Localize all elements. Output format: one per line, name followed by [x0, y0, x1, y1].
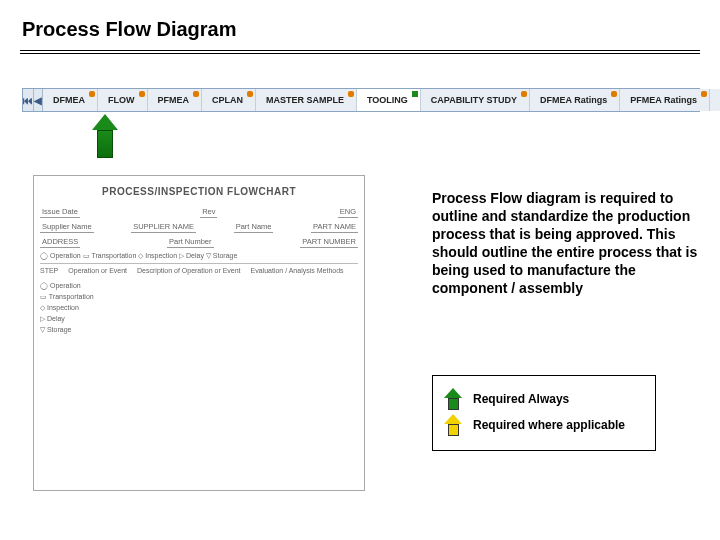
preview-hdr: Issue Date: [40, 207, 80, 218]
tab-cplan[interactable]: CPLAN: [202, 89, 256, 111]
preview-item: ▷ Delay: [40, 315, 358, 323]
preview-hdr: ADDRESS: [40, 237, 80, 248]
tab-pfmea[interactable]: PFMEA: [148, 89, 203, 111]
legend-row-required-always: Required Always: [443, 388, 645, 410]
preview-legend: ◯ Operation ▭ Transportation ◇ Inspectio…: [40, 252, 358, 260]
tab-capability-study[interactable]: CAPABILITY STUDY: [421, 89, 530, 111]
tab-dfmea[interactable]: DFMEA: [43, 89, 98, 111]
preview-item: ◯ Operation: [40, 282, 358, 290]
preview-col: Evaluation / Analysis Methods: [251, 267, 344, 274]
preview-hdr: Part Name: [234, 222, 274, 233]
tab-label: PFMEA Ratings: [630, 95, 697, 105]
tab-master-sample[interactable]: MASTER SAMPLE: [256, 89, 357, 111]
arrow-icon-green: [443, 388, 463, 410]
tab-label: PFMEA: [158, 95, 190, 105]
tab-label: CPLAN: [212, 95, 243, 105]
tab-nav-first[interactable]: ⏮: [23, 89, 34, 111]
preview-col: STEP: [40, 267, 58, 274]
tab-grr-att[interactable]: GR&R ATT(Analytic: [710, 89, 720, 111]
preview-hdr: ENG: [338, 207, 358, 218]
tab-tooling[interactable]: TOOLING: [357, 89, 421, 111]
preview-item: ◇ Inspection: [40, 304, 358, 312]
page-title: Process Flow Diagram: [22, 18, 237, 41]
preview-item: ▽ Storage: [40, 326, 358, 334]
tab-nav-prev[interactable]: ◀: [34, 89, 43, 111]
tab-label: MASTER SAMPLE: [266, 95, 344, 105]
preview-title: PROCESS/INSPECTION FLOWCHART: [40, 186, 358, 197]
tab-label: TOOLING: [367, 95, 408, 105]
arrow-icon-yellow: [443, 414, 463, 436]
tab-label: DFMEA: [53, 95, 85, 105]
preview-hdr: SUPPLIER NAME: [131, 222, 196, 233]
legend-label: Required where applicable: [473, 418, 625, 432]
legend-label: Required Always: [473, 392, 569, 406]
tab-pfmea-ratings[interactable]: PFMEA Ratings: [620, 89, 710, 111]
legend-row-required-applicable: Required where applicable: [443, 414, 645, 436]
highlight-arrow-green: [92, 114, 118, 158]
tab-label: FLOW: [108, 95, 135, 105]
tab-flow[interactable]: FLOW: [98, 89, 148, 111]
description-text: Process Flow diagram is required to outl…: [432, 190, 712, 297]
legend-box: Required Always Required where applicabl…: [432, 375, 656, 451]
preview-hdr: PART NUMBER: [300, 237, 358, 248]
tab-label: CAPABILITY STUDY: [431, 95, 517, 105]
flowchart-preview: PROCESS/INSPECTION FLOWCHART Issue Date …: [33, 175, 365, 491]
preview-item: ▭ Transportation: [40, 293, 358, 301]
preview-col: Operation or Event: [68, 267, 127, 274]
preview-hdr: Supplier Name: [40, 222, 94, 233]
sheet-tab-bar: ⏮ ◀ DFMEA FLOW PFMEA CPLAN MASTER SAMPLE…: [22, 88, 700, 112]
preview-hdr: PART NAME: [311, 222, 358, 233]
preview-hdr: Rev: [200, 207, 217, 218]
title-underline: [20, 50, 700, 54]
tab-label: DFMEA Ratings: [540, 95, 607, 105]
preview-col: Description of Operation or Event: [137, 267, 241, 274]
tab-dfmea-ratings[interactable]: DFMEA Ratings: [530, 89, 620, 111]
preview-hdr: Part Number: [167, 237, 214, 248]
